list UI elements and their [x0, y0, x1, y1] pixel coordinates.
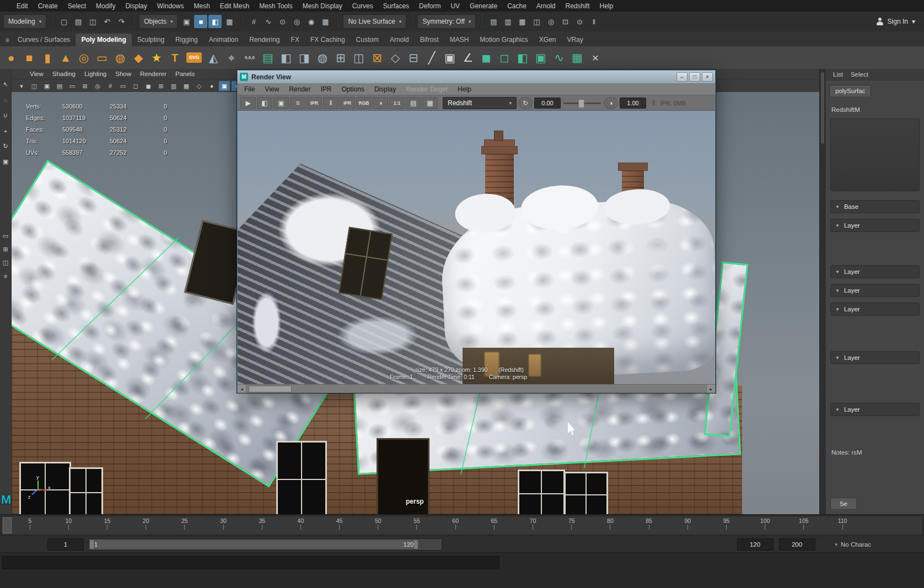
shelf-tab[interactable]: Motion Graphics: [474, 34, 533, 46]
select-tool-icon[interactable]: ↖: [1, 81, 10, 88]
pause-ipr-region-icon[interactable]: ‖: [323, 97, 339, 109]
close-button[interactable]: ×: [702, 72, 713, 82]
snap-to-curves-icon[interactable]: ∿: [261, 15, 275, 28]
attribute-section-header[interactable]: ▼ Layer: [830, 284, 920, 297]
menu-item[interactable]: Windows: [153, 1, 189, 11]
shelf-tab[interactable]: MASH: [444, 34, 475, 46]
highlight-selection-icon[interactable]: ▦: [223, 15, 236, 28]
attribute-editor-menu-item[interactable]: List: [830, 71, 846, 78]
menu-item[interactable]: Mesh Tools: [255, 1, 297, 11]
redo-icon[interactable]: ↷: [115, 15, 128, 28]
panel-menu-item[interactable]: Lighting: [80, 71, 110, 77]
menu-item[interactable]: Arnold: [532, 1, 560, 11]
poly-plane-icon[interactable]: ▭: [95, 50, 109, 66]
remesh-icon[interactable]: ▣: [534, 50, 547, 66]
modeling-toolkit-icon[interactable]: ▤: [487, 15, 500, 28]
image-plane-icon[interactable]: ▭: [67, 81, 78, 91]
move-tool-icon[interactable]: +: [1, 127, 10, 134]
shelf-tab[interactable]: Poly Modeling: [76, 34, 131, 46]
range-handle-right[interactable]: [414, 540, 418, 549]
menu-item[interactable]: Create: [34, 1, 62, 11]
grid-toggle-icon[interactable]: #: [105, 81, 116, 91]
combine-icon[interactable]: ◧: [280, 50, 293, 66]
boolean-intersection-icon[interactable]: ◧: [516, 50, 529, 66]
attribute-section-header[interactable]: ▼ Layer: [830, 265, 920, 278]
paint-select-tool-icon[interactable]: ∪: [1, 112, 10, 119]
remove-image-icon[interactable]: ▦: [422, 97, 438, 109]
time-slider[interactable]: 5 10 15 20 25: [0, 514, 924, 536]
subdivide-icon[interactable]: ⊞: [334, 50, 347, 66]
open-scene-icon[interactable]: ▤: [72, 15, 85, 28]
snap-to-points-icon[interactable]: ⊙: [276, 15, 289, 28]
playback-end-field[interactable]: 120: [737, 538, 773, 551]
animation-end-field[interactable]: 200: [779, 538, 815, 551]
poly-sphere-icon[interactable]: ●: [4, 50, 18, 66]
uv-editor-icon[interactable]: ▤: [261, 50, 275, 66]
render-view-menu-item[interactable]: File: [240, 85, 259, 93]
minimize-button[interactable]: –: [676, 72, 687, 82]
menu-item[interactable]: Select: [63, 1, 90, 11]
shelf-tab[interactable]: Rendering: [244, 34, 285, 46]
render-view-menu-item[interactable]: View: [260, 85, 283, 93]
menu-item[interactable]: Modify: [92, 1, 120, 11]
panel-menu-item[interactable]: View: [26, 71, 47, 77]
attribute-section-header[interactable]: ▼ Layer: [830, 351, 920, 364]
animation-start-field[interactable]: 1: [47, 538, 84, 551]
poly-cube-icon[interactable]: ■: [23, 50, 36, 66]
resolution-gate-icon[interactable]: ◻: [130, 81, 141, 91]
make-live-icon[interactable]: ◉: [304, 15, 318, 28]
render-view-menu-item[interactable]: IPR: [316, 85, 336, 93]
gate-mask-icon[interactable]: ◼: [143, 81, 154, 91]
maximize-button[interactable]: □: [689, 72, 700, 82]
field-chart-icon[interactable]: ⊞: [155, 81, 166, 91]
two-d-pan-zoom-icon[interactable]: ⊞: [79, 81, 90, 91]
shelf-tab[interactable]: FX: [286, 34, 305, 46]
exposure-field[interactable]: 0.00: [534, 98, 561, 109]
renderer-selector[interactable]: Redshift ▾: [443, 97, 517, 109]
refresh-ipr-region-icon[interactable]: IPR: [340, 97, 355, 109]
layout-outliner-icon[interactable]: ≡: [1, 272, 10, 279]
attribute-section-header[interactable]: ▼ Layer: [830, 219, 920, 232]
gamma-icon[interactable]: ◑: [604, 97, 618, 109]
layout-persp-outliner-icon[interactable]: ◫: [1, 259, 10, 266]
snap-to-projected-center-icon[interactable]: ◎: [290, 15, 303, 28]
extrude-icon[interactable]: ⊠: [370, 50, 384, 66]
poly-text-icon[interactable]: T: [168, 50, 181, 66]
character-set-selector[interactable]: ▾ No Charac: [835, 541, 872, 548]
snapshot-icon[interactable]: ▣: [273, 97, 289, 109]
render-view-menu-item[interactable]: Render Target: [401, 85, 452, 93]
alpha-channel-icon[interactable]: ◑: [373, 97, 388, 109]
keep-image-icon[interactable]: ▤: [406, 97, 421, 109]
display-real-size-icon[interactable]: 1:1: [389, 97, 405, 109]
shaded-icon[interactable]: ●: [206, 81, 217, 91]
safe-action-icon[interactable]: ▥: [168, 81, 179, 91]
render-region-icon[interactable]: ◧: [257, 97, 272, 109]
pause-ipr-icon[interactable]: ‖: [652, 99, 655, 107]
shelf-menu-icon[interactable]: ≡: [2, 36, 12, 44]
poly-cylinder-icon[interactable]: ▮: [41, 50, 54, 66]
snap-to-grids-icon[interactable]: #: [247, 15, 260, 28]
shelf-tab[interactable]: Arnold: [384, 34, 415, 46]
attribute-section-header[interactable]: ▼ Layer: [830, 303, 920, 316]
menu-item[interactable]: Edit: [12, 1, 33, 11]
scrollbar-handle[interactable]: [249, 386, 292, 392]
wireframe-icon[interactable]: ◇: [194, 81, 205, 91]
panel-menu-item[interactable]: Shading: [49, 71, 79, 77]
menu-item[interactable]: Help: [595, 1, 618, 11]
render-view-scrollbar[interactable]: ◂ ▸: [238, 384, 715, 393]
bookmark-icon[interactable]: ▤: [54, 81, 65, 91]
exposure-slider[interactable]: [562, 98, 602, 108]
menu-item[interactable]: Mesh Display: [298, 1, 347, 11]
symmetry-selector[interactable]: Symmetry: Off ▾: [417, 14, 476, 29]
attribute-section-header[interactable]: ▼ Layer: [830, 403, 920, 416]
menu-item[interactable]: Redshift: [561, 1, 594, 11]
render-view-menu-item[interactable]: Render: [284, 85, 315, 93]
menu-item[interactable]: Deform: [415, 1, 445, 11]
rotate-tool-icon[interactable]: ↻: [1, 143, 10, 150]
select-by-object-icon[interactable]: ■: [194, 15, 207, 28]
shelf-tab[interactable]: VRay: [561, 34, 588, 46]
rgb-channels-icon[interactable]: RGB: [356, 97, 372, 109]
render-view-icon[interactable]: ◎: [544, 15, 557, 28]
tool-settings-icon[interactable]: ▦: [515, 15, 529, 28]
retopologize-icon[interactable]: ∿: [552, 50, 566, 66]
